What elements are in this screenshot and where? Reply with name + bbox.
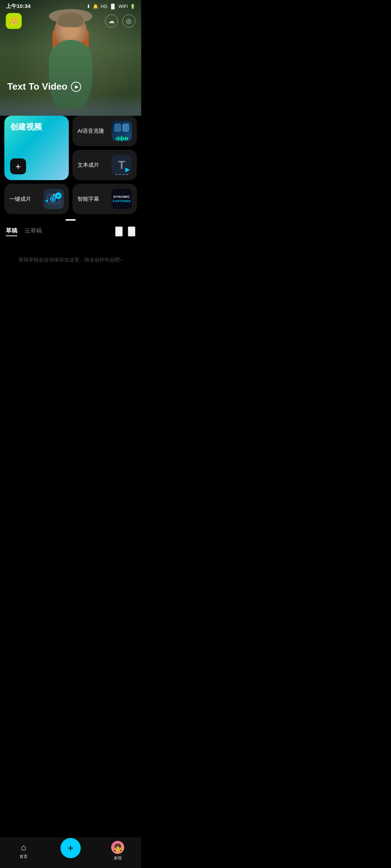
create-video-card[interactable]: 创建视频 + bbox=[4, 116, 69, 180]
draft-empty-text: 剪辑草稿会自动保存在这里，快去创作作品吧~ bbox=[18, 257, 123, 263]
ai-badge: AI bbox=[55, 192, 62, 199]
dynamic-text: DYNAMIC bbox=[113, 195, 131, 199]
create-plus-button[interactable]: + bbox=[10, 158, 26, 174]
hd-label: HD bbox=[101, 4, 108, 9]
hero-title: Text To Video bbox=[7, 81, 67, 92]
hero-label[interactable]: Text To Video ▶ bbox=[7, 81, 81, 92]
text-to-film-img: T ▶ bbox=[112, 155, 132, 175]
profile-circle-icon: ◎ bbox=[126, 17, 132, 25]
text-to-film-label: 文本成片 bbox=[77, 162, 99, 169]
signal-icon: ▐▌ bbox=[110, 4, 116, 9]
ai-voice-clone-label: AI语音克隆 bbox=[77, 128, 104, 135]
film-icon-container: AI ◀ A bbox=[47, 194, 60, 204]
cards-section: 创建视频 + AI语音克隆 bbox=[0, 116, 141, 214]
waveform bbox=[116, 136, 128, 141]
notification-icon: 🔔 bbox=[93, 4, 98, 9]
status-bar: 上午10:34 ⬇ 🔔 HD ▐▌ WiFi 🔋 bbox=[0, 0, 141, 11]
status-time: 上午10:34 bbox=[6, 3, 30, 10]
tab-draft[interactable]: 草稿 bbox=[6, 227, 17, 236]
tabs-left: 草稿 云草稿 bbox=[6, 227, 42, 236]
text-to-film-card[interactable]: 文本成片 T ▶ bbox=[72, 150, 137, 180]
cloud-button[interactable]: ☁ bbox=[105, 14, 118, 27]
battery-icon: 🔋 bbox=[130, 4, 135, 9]
letter-a-badge: A bbox=[53, 193, 55, 196]
text-video-play-icon: ▶ bbox=[125, 166, 130, 173]
smart-caption-img: DYNAMIC CAPTIONS bbox=[112, 189, 132, 209]
smart-caption-label: 智能字幕 bbox=[77, 196, 99, 203]
hero-hair bbox=[52, 31, 89, 74]
speaker-icon bbox=[50, 196, 56, 202]
text-video-visual: T ▶ bbox=[112, 155, 132, 175]
edit-button[interactable]: ✎ bbox=[128, 226, 135, 237]
tabs-row: 草稿 云草稿 ⊞ ✎ bbox=[0, 224, 141, 239]
ai-voice-visual bbox=[112, 121, 132, 141]
one-click-clip-img: AI ◀ A bbox=[43, 189, 64, 209]
dots-indicator bbox=[0, 219, 141, 221]
hero-play-icon[interactable]: ▶ bbox=[71, 82, 81, 92]
right-cards-column: AI语音克隆 bbox=[72, 116, 137, 180]
main-content: 创建视频 + AI语音克隆 bbox=[0, 116, 141, 303]
captions-text-block: DYNAMIC CAPTIONS bbox=[113, 195, 131, 203]
oneclick-visual: AI ◀ A bbox=[43, 189, 64, 209]
text-letter-t: T bbox=[118, 158, 125, 172]
hero-area: 👑 ☁ ◎ Text To Video ▶ bbox=[0, 0, 141, 123]
edit-icon: ✎ bbox=[129, 227, 135, 235]
speaker-wave-icon: ◀ bbox=[45, 199, 48, 203]
download-icon: ⬇ bbox=[87, 4, 91, 9]
tab-cloud-draft[interactable]: 云草稿 bbox=[25, 227, 42, 236]
draft-empty-state: 剪辑草稿会自动保存在这里，快去创作作品吧~ bbox=[0, 239, 141, 271]
app-header: 👑 ☁ ◎ bbox=[0, 13, 141, 29]
status-icons: ⬇ 🔔 HD ▐▌ WiFi 🔋 bbox=[87, 4, 135, 9]
ai-voice-clone-card[interactable]: AI语音克隆 bbox=[72, 116, 137, 146]
wifi-icon: WiFi bbox=[118, 4, 128, 9]
profile-button[interactable]: ◎ bbox=[122, 14, 135, 27]
captions-text: CAPTIONS bbox=[113, 199, 131, 203]
grid-icon: ⊞ bbox=[116, 227, 122, 235]
ai-voice-clone-img bbox=[112, 121, 132, 141]
tabs-right: ⊞ ✎ bbox=[115, 226, 135, 237]
one-click-clip-label: 一键成片 bbox=[9, 196, 31, 203]
cards-grid: 创建视频 + AI语音克隆 bbox=[4, 116, 137, 180]
film-strip-bottom bbox=[112, 174, 132, 175]
header-right-icons: ☁ ◎ bbox=[105, 14, 135, 27]
smart-caption-card[interactable]: 智能字幕 DYNAMIC CAPTIONS bbox=[72, 184, 137, 214]
grid-view-button[interactable]: ⊞ bbox=[115, 226, 123, 237]
bottom-cards-grid: 一键成片 AI ◀ A bbox=[4, 184, 137, 214]
active-dot bbox=[66, 219, 76, 221]
create-video-title: 创建视频 bbox=[10, 122, 63, 132]
crown-logo[interactable]: 👑 bbox=[6, 13, 22, 29]
captions-visual: DYNAMIC CAPTIONS bbox=[112, 189, 132, 209]
hero-label-text: Text To Video ▶ bbox=[7, 81, 81, 92]
one-click-clip-card[interactable]: 一键成片 AI ◀ A bbox=[4, 184, 69, 214]
cloud-icon: ☁ bbox=[108, 17, 115, 25]
bottom-spacer bbox=[0, 271, 141, 303]
